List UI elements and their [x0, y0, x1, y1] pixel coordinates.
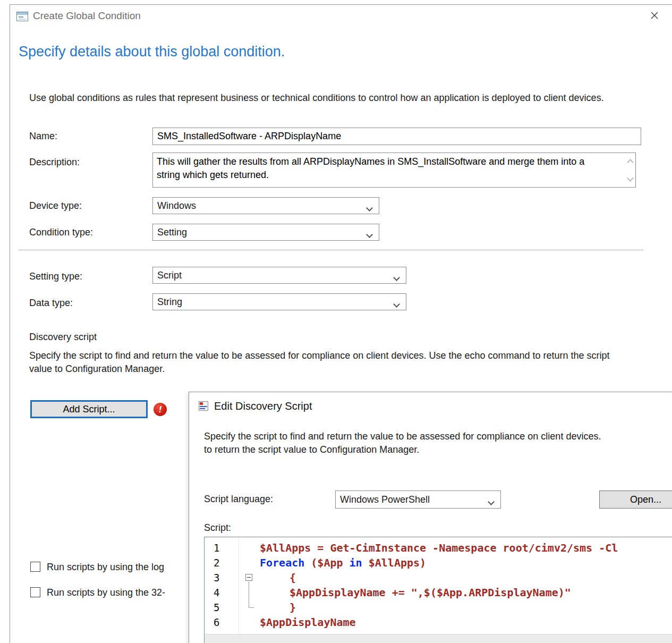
script-language-value: Windows PowerShell [340, 494, 430, 505]
script-dialog-icon [198, 400, 209, 412]
code-line[interactable]: 6$AppDisplayName [205, 615, 672, 630]
run-scripts-logged-on-user-label: Run scripts by using the log [47, 562, 164, 573]
scroll-down-icon[interactable] [628, 173, 633, 183]
code-text: Foreach ($App in $AllApps) [260, 555, 426, 570]
name-input[interactable] [152, 128, 641, 145]
script-language-label: Script language: [204, 494, 273, 505]
data-type-value: String [157, 297, 182, 308]
code-text: $AppDisplayName [260, 615, 356, 630]
edit-dialog-description-line1: Specify the script to find and return th… [204, 431, 672, 442]
horizontal-scrollbar[interactable] [205, 634, 672, 643]
code-text: { [260, 570, 296, 585]
device-type-select[interactable]: Windows [152, 197, 379, 214]
fold-toggle-icon[interactable] [245, 574, 252, 581]
name-label: Name: [29, 131, 57, 142]
window-title: Create Global Condition [33, 10, 141, 22]
edit-dialog-title: Edit Discovery Script [214, 400, 312, 412]
chevron-down-icon [367, 229, 372, 240]
discovery-script-description: Specify the script to find and return th… [29, 349, 614, 376]
description-field: This will gather the results from all AR… [152, 153, 636, 188]
add-script-button[interactable]: Add Script... [30, 400, 148, 418]
section-divider [19, 250, 643, 250]
script-label: Script: [204, 522, 231, 534]
close-button[interactable] [648, 9, 661, 22]
close-icon [649, 10, 660, 21]
chevron-down-icon [367, 202, 372, 213]
intro-text: Use global conditions as rules that repr… [29, 91, 614, 105]
code-text: } [260, 600, 296, 615]
run-scripts-32bit-label: Run scripts by using the 32- [47, 587, 165, 598]
create-global-condition-window: Create Global Condition Specify details … [0, 0, 672, 643]
line-number: 5 [205, 600, 239, 615]
condition-type-select[interactable]: Setting [152, 224, 379, 241]
condition-type-value: Setting [157, 227, 187, 238]
data-type-label: Data type: [29, 298, 73, 309]
line-number: 3 [205, 570, 239, 585]
device-type-value: Windows [157, 200, 196, 211]
device-type-label: Device type: [29, 200, 82, 211]
line-number: 2 [205, 555, 239, 570]
setting-type-value: Script [157, 270, 182, 281]
data-type-select[interactable]: String [152, 293, 406, 310]
fold-margin [239, 615, 260, 630]
line-number: 4 [205, 585, 239, 600]
code-line[interactable]: 3{ [205, 570, 672, 585]
setting-type-label: Setting type: [29, 271, 82, 282]
description-textarea[interactable]: This will gather the results from all AR… [153, 153, 602, 187]
code-line[interactable]: 2Foreach ($App in $AllApps) [205, 555, 672, 570]
code-editor-lines: 1$AllApps = Get-CimInstance -Namespace r… [205, 540, 672, 630]
fold-margin [239, 555, 260, 570]
script-code-editor[interactable]: 1$AllApps = Get-CimInstance -Namespace r… [204, 537, 672, 643]
edit-discovery-script-dialog: Edit Discovery Script Specify the script… [189, 392, 672, 643]
setting-type-select[interactable]: Script [152, 267, 406, 284]
line-number: 1 [205, 540, 239, 555]
chevron-down-icon [394, 272, 399, 283]
fold-margin [239, 540, 260, 555]
window-icon [16, 10, 29, 23]
scroll-up-icon[interactable] [628, 157, 633, 167]
condition-type-label: Condition type: [29, 227, 93, 238]
chevron-down-icon [489, 496, 494, 507]
validation-error-icon: ! [154, 403, 167, 416]
code-line[interactable]: 4$AppDisplayName += ",$($App.ARPDisplayN… [205, 585, 672, 600]
code-text: $AppDisplayName += ",$($App.ARPDisplayNa… [260, 585, 571, 600]
edit-dialog-description-line2: to return the script value to Configurat… [204, 444, 672, 455]
page-title: Specify details about this global condit… [19, 44, 285, 60]
description-label: Description: [29, 157, 80, 168]
fold-margin [239, 585, 260, 600]
line-number: 6 [205, 615, 239, 630]
chevron-down-icon [394, 298, 399, 309]
code-line[interactable]: 1$AllApps = Get-CimInstance -Namespace r… [205, 540, 672, 555]
discovery-script-title: Discovery script [29, 332, 97, 343]
run-scripts-32bit-checkbox[interactable] [30, 587, 40, 597]
fold-margin [239, 570, 260, 585]
code-text: $AllApps = Get-CimInstance -Namespace ro… [260, 540, 618, 555]
open-button[interactable]: Open... [599, 490, 672, 509]
code-line[interactable]: 5} [205, 600, 672, 615]
script-language-select[interactable]: Windows PowerShell [335, 490, 501, 509]
run-scripts-logged-on-user-checkbox[interactable] [30, 562, 40, 572]
fold-margin [239, 600, 260, 615]
